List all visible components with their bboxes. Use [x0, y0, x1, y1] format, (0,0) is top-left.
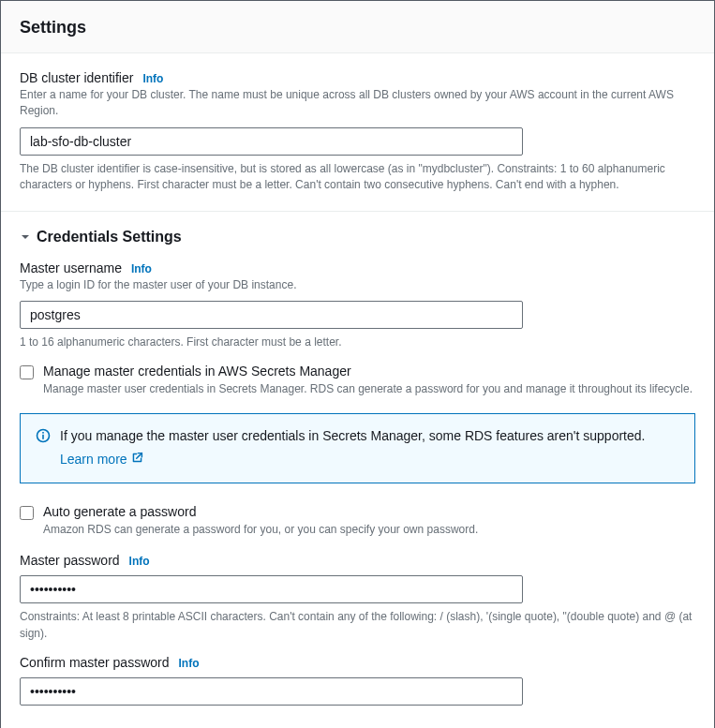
auto-generate-label: Auto generate a password — [43, 504, 478, 519]
credentials-section-toggle[interactable]: Credentials Settings — [20, 229, 695, 245]
page-title: Settings — [20, 18, 695, 37]
auto-generate-checkbox-row: Auto generate a password Amazon RDS can … — [20, 504, 695, 538]
divider — [1, 211, 714, 212]
learn-more-label: Learn more — [60, 451, 127, 469]
manage-secrets-checkbox[interactable] — [20, 365, 34, 379]
manage-secrets-desc: Manage master user credentials in Secret… — [43, 382, 693, 395]
master-username-desc: Type a login ID for the master user of y… — [20, 277, 695, 293]
confirm-password-info-link[interactable]: Info — [179, 657, 200, 670]
master-password-constraint: Constraints: At least 8 printable ASCII … — [20, 609, 695, 642]
master-username-constraint: 1 to 16 alphanumeric characters. First c… — [20, 334, 695, 350]
db-cluster-identifier-field: DB cluster identifier Info Enter a name … — [20, 70, 695, 194]
master-password-field: Master password Info Constraints: At lea… — [20, 553, 695, 642]
confirm-password-input[interactable] — [20, 677, 523, 706]
master-password-label: Master password — [20, 553, 120, 568]
confirm-password-field: Confirm master password Info — [20, 655, 695, 706]
info-status-icon — [36, 428, 51, 446]
master-username-field: Master username Info Type a login ID for… — [20, 260, 695, 351]
learn-more-link[interactable]: Learn more — [60, 451, 143, 469]
svg-rect-2 — [42, 432, 44, 434]
manage-secrets-label: Manage master credentials in AWS Secrets… — [43, 364, 693, 379]
db-cluster-desc: Enter a name for your DB cluster. The na… — [20, 87, 695, 120]
secrets-info-text: If you manage the master user credential… — [60, 427, 645, 446]
db-cluster-constraint: The DB cluster identifier is case-insens… — [20, 161, 695, 194]
panel-header: Settings — [1, 1, 714, 53]
auto-generate-checkbox[interactable] — [20, 506, 34, 520]
auto-generate-desc: Amazon RDS can generate a password for y… — [43, 523, 478, 536]
master-password-info-link[interactable]: Info — [129, 555, 150, 568]
settings-panel: Settings DB cluster identifier Info Ente… — [0, 0, 715, 728]
db-cluster-info-link[interactable]: Info — [142, 72, 163, 85]
manage-secrets-checkbox-row: Manage master credentials in AWS Secrets… — [20, 364, 695, 397]
caret-down-icon — [20, 231, 31, 243]
panel-body: DB cluster identifier Info Enter a name … — [1, 53, 714, 728]
db-cluster-label: DB cluster identifier — [20, 70, 133, 85]
external-link-icon — [131, 451, 143, 469]
confirm-password-label: Confirm master password — [20, 655, 170, 670]
master-username-label: Master username — [20, 260, 122, 275]
master-username-info-link[interactable]: Info — [131, 262, 152, 275]
credentials-section-title: Credentials Settings — [37, 229, 182, 245]
svg-rect-1 — [42, 435, 44, 439]
secrets-info-alert: If you manage the master user credential… — [20, 413, 695, 483]
master-username-input[interactable] — [20, 301, 523, 329]
db-cluster-identifier-input[interactable] — [20, 127, 523, 156]
master-password-input[interactable] — [20, 575, 523, 603]
